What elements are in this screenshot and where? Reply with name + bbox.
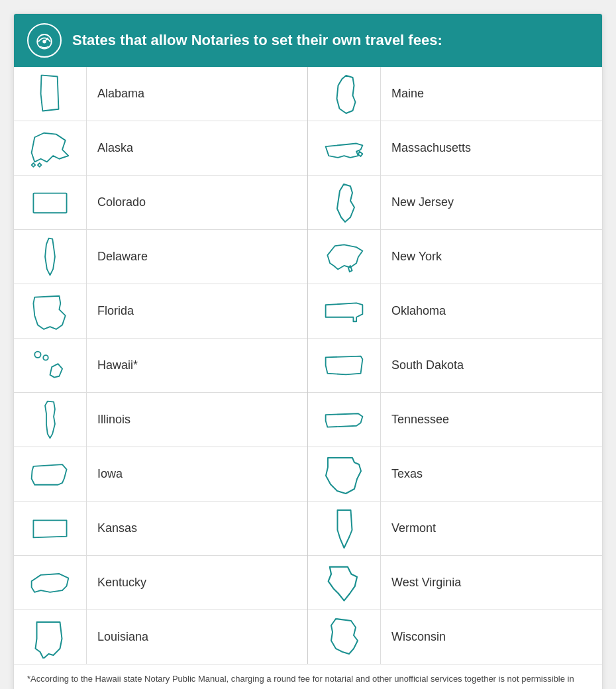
state-name: Oklahoma <box>381 297 456 325</box>
state-icon-IL <box>14 393 87 447</box>
list-item: Oklahoma <box>308 284 602 339</box>
state-name: New York <box>381 243 452 270</box>
state-name: Delaware <box>87 243 158 270</box>
state-icon-OK <box>308 284 381 338</box>
state-name: Iowa <box>87 460 133 488</box>
list-item: Florida <box>14 284 307 339</box>
list-item: Kansas <box>14 502 307 556</box>
state-icon-MA <box>308 121 381 175</box>
main-card: States that allow Notaries to set their … <box>13 13 603 689</box>
list-item: Colorado <box>14 176 307 230</box>
list-item: Vermont <box>308 502 602 556</box>
list-item: Kentucky <box>14 556 307 610</box>
state-name: Alabama <box>87 80 155 107</box>
state-name: Texas <box>381 460 433 488</box>
state-name: West Virginia <box>381 569 472 596</box>
states-table: Alabama Alaska <box>14 67 602 664</box>
state-name: Kentucky <box>87 569 157 596</box>
state-icon-KS <box>14 502 87 555</box>
state-icon-IA <box>14 447 87 501</box>
header-icon <box>27 23 62 58</box>
svg-point-2 <box>43 40 46 43</box>
list-item: Louisiana <box>14 610 307 664</box>
svg-point-5 <box>43 355 48 360</box>
left-column: Alabama Alaska <box>14 67 308 664</box>
state-name: Colorado <box>87 189 156 216</box>
list-item: Massachusetts <box>308 121 602 176</box>
list-item: Hawaii* <box>14 339 307 393</box>
state-icon-TX <box>308 447 381 501</box>
list-item: Iowa <box>14 447 307 502</box>
state-name: Hawaii* <box>87 352 148 379</box>
state-name: Kansas <box>87 515 148 542</box>
state-name: Illinois <box>87 406 141 433</box>
state-icon-TN <box>308 393 381 447</box>
list-item: Tennessee <box>308 393 602 447</box>
state-name: Vermont <box>381 515 446 542</box>
state-name: Massachusetts <box>381 134 482 162</box>
state-icon-NY <box>308 230 381 284</box>
state-icon-AK <box>14 121 87 175</box>
state-icon-VT <box>308 502 381 555</box>
state-icon-WI <box>308 610 381 664</box>
list-item: Alaska <box>14 121 307 176</box>
list-item: West Virginia <box>308 556 602 610</box>
list-item: New York <box>308 230 602 284</box>
state-icon-HI <box>14 339 87 392</box>
list-item: Alabama <box>14 67 307 121</box>
state-icon-FL <box>14 284 87 338</box>
list-item: Illinois <box>14 393 307 447</box>
state-icon-DE <box>14 230 87 284</box>
list-item: Delaware <box>14 230 307 284</box>
footer-note: *According to the Hawaii state Notary Pu… <box>14 664 602 689</box>
header: States that allow Notaries to set their … <box>14 14 602 67</box>
list-item: Maine <box>308 67 602 121</box>
list-item: New Jersey <box>308 176 602 230</box>
state-icon-AL <box>14 67 87 121</box>
header-title: States that allow Notaries to set their … <box>72 31 442 50</box>
state-icon-CO <box>14 176 87 229</box>
state-icon-WV <box>308 556 381 610</box>
svg-point-4 <box>34 352 40 358</box>
svg-rect-3 <box>33 193 66 213</box>
state-icon-NJ <box>308 176 381 229</box>
state-name: Tennessee <box>381 406 460 433</box>
state-name: Florida <box>87 297 144 325</box>
footer-text: *According to the Hawaii state Notary Pu… <box>27 674 574 689</box>
state-name: Maine <box>381 80 435 107</box>
list-item: Wisconsin <box>308 610 602 664</box>
list-item: South Dakota <box>308 339 602 393</box>
state-icon-KY <box>14 556 87 610</box>
state-name: South Dakota <box>381 352 474 379</box>
state-icon-SD <box>308 339 381 392</box>
right-column: Maine Massachusetts N <box>308 67 602 664</box>
state-name: Alaska <box>87 134 144 162</box>
state-name: New Jersey <box>381 189 464 216</box>
state-name: Wisconsin <box>381 623 456 651</box>
state-icon-ME <box>308 67 381 121</box>
state-icon-LA <box>14 610 87 664</box>
state-name: Louisiana <box>87 623 159 651</box>
list-item: Texas <box>308 447 602 502</box>
